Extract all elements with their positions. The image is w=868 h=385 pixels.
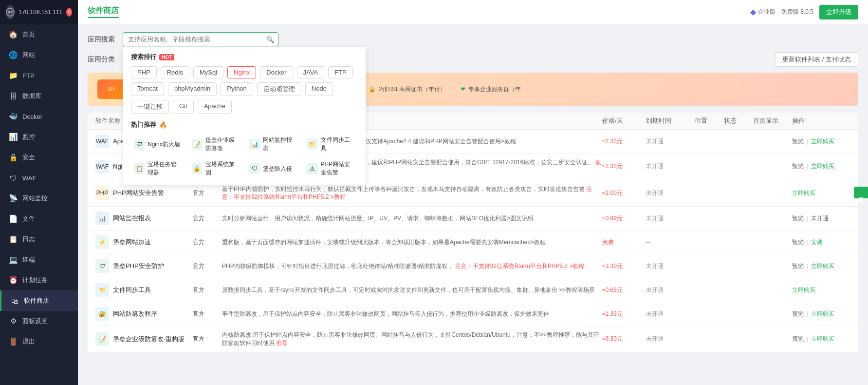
table-column-header: 状态 — [724, 116, 753, 125]
software-price: ≈0.66元 — [602, 286, 646, 294]
search-tag-Tomcat[interactable]: Tomcat — [131, 82, 164, 96]
software-name-cell: 📁 文件同步工具 — [95, 283, 193, 297]
recommend-item-文件同步工具[interactable]: 📁文件同步工具 — [304, 134, 358, 154]
recommend-item-PHP网站安全告警[interactable]: ⚠PHP网站安全告警 — [304, 158, 358, 179]
sidebar-label-file: 文件 — [22, 214, 35, 223]
rec-label: 网站监控报表 — [263, 136, 297, 153]
search-tag-一键迁移[interactable]: 一键迁移 — [131, 100, 169, 114]
software-name: 堡垒PHP安全防护 — [113, 262, 164, 270]
search-tag-Apache[interactable]: Apache — [198, 100, 232, 114]
action-btn-安装[interactable]: 安装 — [811, 238, 823, 247]
sidebar-item-monitor[interactable]: 📊监控 — [0, 127, 78, 147]
recommend-item-宝塔任务管理器[interactable]: 📋宝塔任务管理器 — [131, 158, 185, 179]
search-tag-Redis[interactable]: Redis — [161, 66, 189, 78]
rec-icon: 📋 — [134, 163, 145, 174]
sidebar-item-website[interactable]: 🌐网站 — [0, 45, 78, 65]
hot-badge: HOT — [159, 54, 174, 60]
search-tag-Nginx[interactable]: Nginx — [227, 66, 256, 78]
software-icon: 🔐 — [95, 307, 109, 321]
software-desc: 重构版，基于页面缓存的网站加速插件，安装或升级到此版本，将会卸载旧版本，如果是A… — [222, 238, 602, 247]
rec-label: 宝塔任务管理器 — [148, 160, 182, 177]
sidebar-item-waf[interactable]: 🛡WAF — [0, 168, 78, 188]
action-btn-预览[interactable]: 预览 — [792, 214, 804, 223]
software-type: 官方 — [193, 189, 222, 197]
topbar-right: ◆ 企业版 免费版 8.0.5 立即升级 — [750, 5, 858, 19]
sidebar-item-store[interactable]: 🛍软件商店 — [0, 290, 78, 311]
sidebar-item-log[interactable]: 📋日志 — [0, 229, 78, 250]
fire-icon: 🔥 — [159, 121, 167, 129]
sidebar-item-database[interactable]: 🗄数据库 — [0, 86, 78, 106]
sidebar-label-website: 网站 — [22, 51, 35, 59]
sidebar-icon-terminal: 💻 — [9, 255, 18, 264]
sidebar-label-security: 安全 — [22, 153, 35, 162]
search-tag-Git[interactable]: Git — [173, 100, 194, 114]
search-tag-Node[interactable]: Node — [305, 82, 333, 96]
sidebar-logo: BT — [6, 5, 15, 19]
action-btn-预览[interactable]: 预览 — [792, 137, 804, 146]
action-btn-立即购买[interactable]: 立即购买 — [792, 189, 815, 197]
sidebar-item-settings[interactable]: ⚙面板设置 — [0, 311, 78, 331]
software-price: ≈3.30元 — [602, 335, 646, 343]
action-btn-预览[interactable]: 预览 — [792, 238, 804, 247]
sidebar-label-docker: Docker — [22, 113, 42, 120]
action-btn-预览[interactable]: 预览 — [792, 162, 804, 171]
search-tag-JAVA[interactable]: JAVA — [297, 66, 325, 78]
action-btn-预览[interactable]: 预览 — [792, 310, 804, 318]
action-btn-未开通[interactable]: 未开通 — [811, 214, 829, 223]
banner-feature-icon: ❤ — [461, 86, 465, 93]
sidebar-item-terminal[interactable]: 💻终端 — [0, 250, 78, 270]
search-tag-启动项管理[interactable]: 启动项管理 — [257, 82, 301, 96]
separator: | — [807, 215, 808, 222]
separator: | — [807, 138, 808, 145]
table-column-header: 位置 — [695, 116, 724, 125]
sidebar-item-docker[interactable]: 🐳Docker — [0, 106, 78, 127]
separator: | — [807, 163, 808, 170]
sidebar-item-logout[interactable]: 🚪退出 — [0, 331, 78, 352]
software-icon: 📝 — [95, 332, 109, 346]
sidebar-item-home[interactable]: 🏠首页 — [0, 24, 78, 45]
action-btn-立即购买[interactable]: 立即购买 — [811, 137, 834, 146]
action-btn-立即购买[interactable]: 立即购买 — [811, 310, 834, 318]
recommend-item-Nginx防火墙[interactable]: 🛡Nginx防火墙 — [131, 134, 185, 154]
action-btn-立即购买[interactable]: 立即购买 — [811, 162, 834, 171]
sidebar-item-site-monitor[interactable]: 📡网站监控 — [0, 188, 78, 209]
enterprise-badge: ◆ 企业版 — [750, 7, 776, 17]
search-tag-Python[interactable]: Python — [221, 82, 253, 96]
action-btn-预览[interactable]: 预览 — [792, 335, 804, 343]
expire-time: 未开通 — [646, 286, 695, 294]
notification-badge[interactable]: 0 — [66, 8, 72, 17]
action-btn-立即购买[interactable]: 立即购买 — [811, 262, 834, 270]
sidebar-icon-home: 🏠 — [9, 30, 18, 39]
upgrade-button[interactable]: 立即升级 — [819, 5, 858, 19]
table-row: 📁 文件同步工具 官方 原数据同步工具，基于rsync开发的文件同步工具，可定时… — [88, 278, 858, 302]
sidebar-item-cron[interactable]: ⏰计划任务 — [0, 270, 78, 290]
search-button[interactable]: 🔍 — [266, 36, 275, 43]
recommend-item-宝塔系统加固[interactable]: 🔒宝塔系统加固 — [189, 158, 243, 179]
server-ip: 170.106.151.111 — [18, 9, 62, 16]
page-title: 软件商店 — [88, 6, 119, 18]
sidebar-item-file[interactable]: 📄文件 — [0, 209, 78, 229]
sidebar-item-security[interactable]: 🔒安全 — [0, 147, 78, 168]
action-cell: 预览|立即购买 — [792, 310, 850, 318]
recommend-item-堡垒企业级防篡改[interactable]: 📝堡垒企业级防篡改 — [189, 134, 243, 154]
software-name-cell: PHP PHP网站安全告警 — [95, 186, 193, 200]
table-column-header: 首页显示 — [753, 116, 792, 125]
action-btn-立即购买[interactable]: 立即购买 — [811, 335, 834, 343]
search-row: 应用搜索 🔍 搜索排行 HOT PHPRedisMySqlNginxDocker… — [88, 32, 858, 46]
search-tag-Docker[interactable]: Docker — [260, 66, 293, 78]
search-tag-phpMyadmin[interactable]: phpMyadmin — [168, 82, 217, 96]
software-type: 官方 — [193, 335, 222, 343]
search-tag-PHP[interactable]: PHP — [131, 66, 157, 78]
search-box: 🔍 搜索排行 HOT PHPRedisMySqlNginxDockerJAVAF… — [123, 32, 278, 46]
rec-icon: 🛡 — [249, 163, 260, 174]
action-btn-预览[interactable]: 预览 — [792, 262, 804, 270]
search-tag-MySql[interactable]: MySql — [193, 66, 223, 78]
action-btn-立即购买[interactable]: 立即购买 — [792, 286, 815, 294]
sidebar-item-ftp[interactable]: 📁FTP — [0, 65, 78, 86]
recommend-item-堡垒防入侵[interactable]: 🛡堡垒防入侵 — [246, 158, 300, 179]
customer-service-button[interactable]: 客服 — [854, 187, 868, 198]
recommend-item-网站监控报表[interactable]: 📊网站监控报表 — [246, 134, 300, 154]
search-tag-FTP[interactable]: FTP — [328, 66, 353, 78]
update-list-button[interactable]: 更新软件列表 / 支付状态 — [775, 52, 858, 67]
search-input[interactable] — [123, 32, 278, 46]
